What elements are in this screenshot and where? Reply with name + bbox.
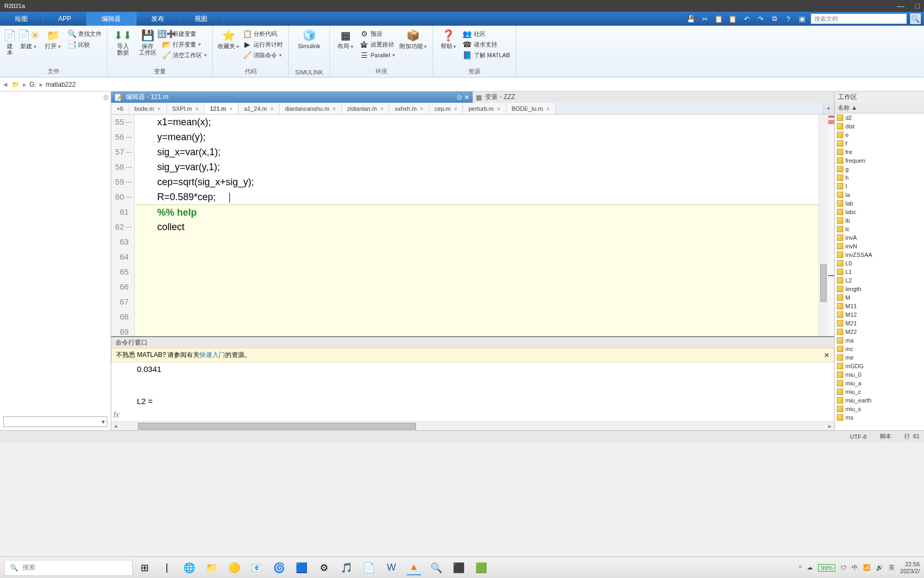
minimize-button[interactable]: —: [897, 2, 905, 10]
filetab-a1_24m[interactable]: a1_24.m×: [238, 103, 279, 114]
matlab-icon[interactable]: ▲: [406, 560, 421, 575]
open-variable-button[interactable]: 打开变量: [161, 40, 208, 49]
qa-windows-icon[interactable]: ⧉: [769, 13, 780, 24]
workspace-var-length[interactable]: length: [835, 285, 924, 293]
fx-prompt-icon[interactable]: fx: [113, 410, 119, 419]
prefs-button[interactable]: 预设: [359, 29, 396, 39]
explorer-icon[interactable]: 📁: [204, 560, 219, 575]
code-line-61[interactable]: %% help: [135, 204, 819, 219]
workspace-var-miu_0[interactable]: miu_0: [835, 370, 924, 379]
tab-publish[interactable]: 发布: [136, 12, 180, 26]
code-content[interactable]: x1=mean(x);y=mean(y);sig_x=var(x,1);sig_…: [135, 115, 819, 336]
command-window-body[interactable]: 0.0341L2 =fx: [111, 362, 834, 421]
path-back-icon[interactable]: ◄: [2, 81, 9, 88]
workspace-var-M11[interactable]: M11: [835, 302, 924, 310]
new-button[interactable]: ✳ 新建: [17, 29, 40, 50]
tray-expand-icon[interactable]: ^: [799, 565, 802, 571]
editor-close-icon[interactable]: ✕: [464, 94, 469, 101]
filetab-dianlancanshum[interactable]: dianlancanshu.m×: [280, 103, 342, 114]
filetab-121m[interactable]: 121.m×: [204, 103, 238, 114]
workspace-var-miu_a[interactable]: miu_a: [835, 379, 924, 387]
tab-plots[interactable]: 绘图: [0, 12, 43, 26]
code-line-56[interactable]: y=mean(y);: [135, 130, 819, 144]
workspace-var-labc[interactable]: labc: [835, 208, 924, 216]
clock[interactable]: 22:56 2023/2/: [900, 561, 920, 574]
workspace-var-e[interactable]: e: [835, 131, 924, 139]
learn-matlab-button[interactable]: 了解 MATLAB: [462, 50, 511, 60]
workspace-var-fre[interactable]: fre: [835, 148, 924, 156]
mail-icon[interactable]: 📧: [249, 560, 264, 575]
workspace-var-M22[interactable]: M22: [835, 328, 924, 336]
steam-icon[interactable]: ⚙: [317, 560, 332, 575]
open-button[interactable]: 打开: [42, 29, 64, 50]
find-files-button[interactable]: 查找文件: [66, 29, 103, 39]
qa-help-icon[interactable]: ?: [783, 13, 794, 24]
clear-cmd-button[interactable]: 清除命令: [242, 50, 284, 60]
workspace-var-miu_earth[interactable]: miu_earth: [835, 396, 924, 405]
taskview-icon[interactable]: ⊞: [137, 560, 152, 575]
tab-close-icon[interactable]: ×: [420, 105, 423, 112]
maximize-button[interactable]: □: [915, 2, 920, 10]
tab-close-icon[interactable]: ×: [229, 105, 233, 112]
folder-filter-dropdown[interactable]: ▾: [3, 416, 107, 427]
qa-copy-icon[interactable]: 📋: [713, 13, 724, 24]
qa-save-icon[interactable]: 💾: [686, 13, 696, 24]
code-line-67[interactable]: [135, 294, 819, 309]
tray-app-icon[interactable]: ☁: [807, 564, 813, 571]
path-folder[interactable]: matlab222: [46, 81, 76, 88]
workspace-column-header[interactable]: 名称 ▲: [835, 103, 924, 113]
battery-icon[interactable]: 99%: [818, 564, 835, 572]
code-line-68[interactable]: [135, 309, 819, 324]
workspace-var-frequen[interactable]: frequen: [835, 156, 924, 165]
code-line-66[interactable]: [135, 279, 819, 294]
tab-close-icon[interactable]: ×: [270, 105, 273, 112]
filetab-SXPIm[interactable]: SXPI.m×: [167, 103, 205, 114]
code-line-58[interactable]: sig_y=var(y,1);: [135, 159, 819, 174]
command-scrollbar-horizontal[interactable]: ◂ ▸: [111, 421, 834, 430]
parallel-button[interactable]: Parallel: [359, 50, 396, 60]
addons-button[interactable]: 附加功能: [398, 29, 428, 50]
workspace-var-f[interactable]: f: [835, 139, 924, 148]
tab-close-icon[interactable]: ×: [497, 105, 500, 112]
browser-icon[interactable]: 🌀: [272, 560, 287, 575]
workspace-var-L0[interactable]: L0: [835, 259, 924, 268]
workspace-var-M21[interactable]: M21: [835, 319, 924, 328]
ime-en-icon[interactable]: 英: [889, 564, 895, 572]
doc-search-input[interactable]: 搜索文档: [811, 13, 907, 24]
workspace-var-M[interactable]: M: [835, 293, 924, 302]
workspace-var-L1[interactable]: L1: [835, 268, 924, 276]
workspace-var-d2[interactable]: d2: [835, 113, 924, 122]
workspace-var-miu_s[interactable]: miu_s: [835, 405, 924, 413]
code-line-64[interactable]: [135, 249, 819, 264]
code-line-65[interactable]: [135, 264, 819, 279]
workspace-var-ma[interactable]: ma: [835, 336, 924, 345]
everything-icon[interactable]: 🔍: [429, 560, 444, 575]
app2-icon[interactable]: ⬛: [451, 560, 466, 575]
import-data-button[interactable]: ⬇ 导入 数据: [112, 29, 134, 56]
workspace-var-I[interactable]: I: [835, 182, 924, 191]
save-workspace-button[interactable]: 保存 工作区: [136, 29, 159, 56]
support-button[interactable]: 请求支持: [462, 40, 511, 49]
filetab-perturbm[interactable]: perturb.m×: [463, 103, 506, 114]
code-line-63[interactable]: [135, 234, 819, 249]
qa-redo-icon[interactable]: ↷: [755, 13, 766, 24]
workspace-var-invN[interactable]: invN: [835, 242, 924, 250]
code-line-60[interactable]: R=0.589*cep;: [135, 189, 819, 204]
path-drive[interactable]: G:: [29, 81, 36, 88]
workspace-var-lb[interactable]: lb: [835, 216, 924, 225]
editor-restore-icon[interactable]: ⊙: [457, 94, 462, 101]
favorites-button[interactable]: 收藏夹: [217, 29, 240, 50]
tab-editor[interactable]: 编辑器: [87, 12, 136, 26]
set-path-button[interactable]: 设置路径: [359, 40, 396, 49]
filetab-6[interactable]: +6: [111, 103, 129, 114]
workspace-var-dist[interactable]: dist: [835, 122, 924, 131]
filetab-sxhxhm[interactable]: sxhxh.m×: [389, 103, 429, 114]
workspace-var-la[interactable]: la: [835, 191, 924, 199]
add-tab-button[interactable]: +: [822, 103, 834, 114]
qa-paste-icon[interactable]: 📋: [727, 13, 738, 24]
workspace-var-me[interactable]: me: [835, 353, 924, 362]
tab-close-icon[interactable]: ×: [333, 105, 336, 112]
tab-close-icon[interactable]: ×: [546, 105, 549, 112]
workspace-var-invZSSAA[interactable]: invZSSAA: [835, 250, 924, 259]
workspace-var-ms[interactable]: ms: [835, 413, 924, 422]
